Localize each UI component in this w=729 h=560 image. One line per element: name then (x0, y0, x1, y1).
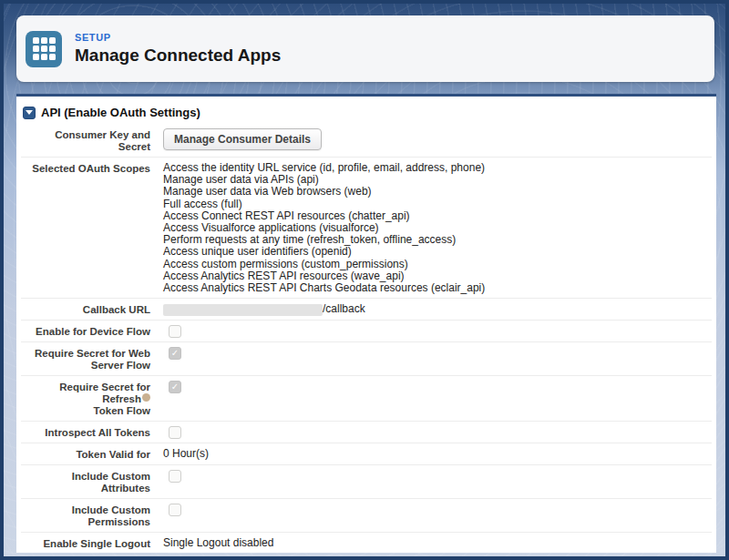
introspect-tokens-row: Introspect All Tokens (21, 422, 712, 443)
token-valid-label: Token Valid for (21, 447, 150, 461)
manage-consumer-details-button[interactable]: Manage Consumer Details (163, 128, 322, 150)
scope-item: Access custom permissions (custom_permis… (163, 259, 485, 270)
callback-url-row: Callback URL /callback (21, 299, 712, 321)
custom-permissions-row: Include Custom Permissions (21, 499, 712, 533)
introspect-tokens-checkbox[interactable] (169, 426, 181, 439)
device-flow-checkbox[interactable] (169, 325, 181, 338)
callback-url-suffix: /callback (323, 302, 365, 315)
oauth-scopes-list: Access the identity URL service (id, pro… (163, 161, 485, 294)
custom-attributes-checkbox[interactable] (169, 470, 181, 483)
oauth-section-header: API (Enable OAuth Settings) (16, 103, 716, 124)
refresh-token-secret-row: Require Secret for Refresh Token Flow (21, 376, 712, 422)
consumer-key-label: Consumer Key and Secret (21, 127, 150, 153)
callback-url-label: Callback URL (21, 302, 150, 316)
web-server-secret-label: Require Secret for Web Server Flow (21, 346, 150, 372)
setup-header-card: SETUP Manage Connected Apps (16, 15, 714, 82)
page-title: Manage Connected Apps (75, 46, 281, 66)
custom-attributes-row: Include Custom Attributes (21, 465, 712, 499)
web-server-secret-row: Require Secret for Web Server Flow (21, 342, 712, 376)
oauth-scopes-label: Selected OAuth Scopes (21, 161, 150, 175)
scope-item: Access Analytics REST API Charts Geodata… (163, 282, 485, 294)
info-icon[interactable] (142, 393, 150, 402)
oauth-section-title: API (Enable OAuth Settings) (41, 106, 200, 119)
custom-attributes-label: Include Custom Attributes (21, 469, 150, 494)
single-logout-value: Single Logout disabled (163, 536, 273, 549)
single-logout-row: Enable Single Logout Single Logout disab… (21, 533, 712, 553)
web-server-secret-checkbox (169, 347, 181, 360)
setup-page: SETUP Manage Connected Apps API (Enable … (0, 0, 729, 560)
scope-item: Full access (full) (163, 199, 485, 210)
consumer-key-row: Consumer Key and Secret Manage Consumer … (21, 124, 712, 158)
redacted-callback-url (163, 304, 323, 316)
custom-permissions-label: Include Custom Permissions (21, 503, 150, 528)
refresh-token-secret-checkbox (169, 381, 181, 393)
token-valid-value: 0 Hour(s) (163, 447, 209, 460)
scope-item: Manage user data via Web browsers (web) (163, 186, 485, 198)
oauth-scopes-row: Selected OAuth Scopes Access the identit… (21, 158, 712, 299)
scope-item: Access unique user identifiers (openid) (163, 246, 485, 258)
custom-permissions-checkbox[interactable] (169, 504, 181, 516)
oauth-settings-panel: API (Enable OAuth Settings) Consumer Key… (16, 94, 716, 553)
introspect-tokens-label: Introspect All Tokens (21, 425, 150, 439)
single-logout-label: Enable Single Logout (21, 536, 150, 550)
collapse-section-icon[interactable] (23, 107, 36, 119)
device-flow-row: Enable for Device Flow (21, 321, 712, 342)
connected-apps-grid-icon (26, 31, 62, 67)
device-flow-label: Enable for Device Flow (21, 324, 150, 338)
refresh-token-secret-label: Require Secret for Refresh Token Flow (21, 380, 150, 417)
token-valid-row: Token Valid for 0 Hour(s) (21, 443, 712, 465)
setup-breadcrumb[interactable]: SETUP (75, 32, 281, 43)
